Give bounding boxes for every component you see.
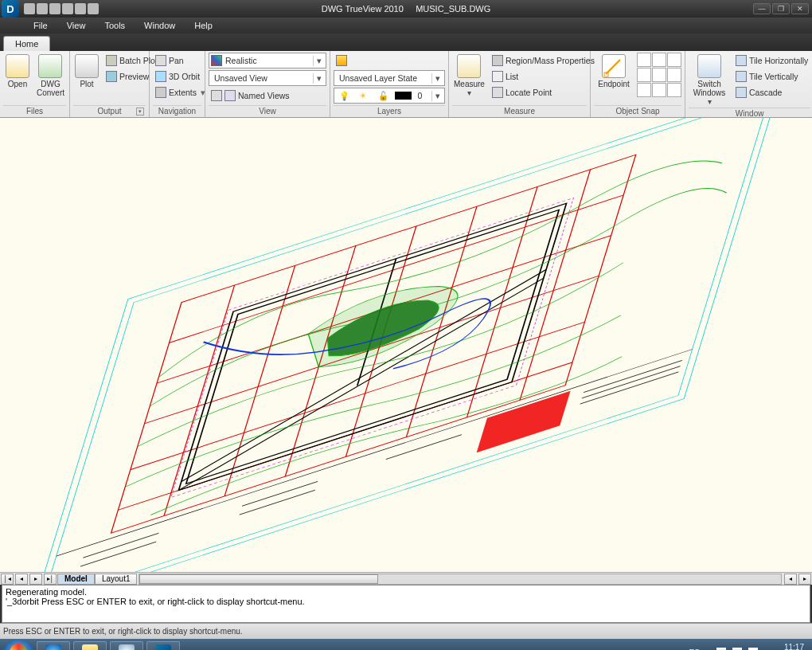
osnap-ext-icon[interactable] [667,68,681,82]
hscroll-thumb[interactable] [139,574,378,584]
menu-window[interactable]: Window [135,18,185,33]
svg-line-8 [242,481,318,506]
drawing-canvas[interactable] [0,118,812,572]
panel-window: Switch Windows▾ Tile Horizontally Tile V… [685,51,812,117]
command-line-1: Regenerating model. [6,587,806,597]
visual-style-dropdown[interactable]: Realistic▾ [209,53,326,69]
panel-measure: Measure ▾ Region/Mass Properties List Lo… [449,51,591,117]
menu-bar: File View Tools Window Help [0,18,812,33]
tile-v-icon [736,71,747,82]
list-button[interactable]: List [490,69,597,84]
taskbar-ie-button[interactable] [37,641,70,650]
close-button[interactable]: ✕ [791,3,809,14]
svg-line-30 [182,269,546,481]
ruler-icon [457,54,481,78]
visual-style-icon [211,55,222,66]
osnap-center-icon[interactable] [652,53,666,67]
hscroll-right-button[interactable]: ▸ [798,574,811,585]
osnap-int-icon[interactable] [652,68,666,82]
endpoint-button[interactable]: Endpoint [594,53,634,90]
switch-windows-icon [697,54,721,78]
batch-plot-icon [106,55,117,66]
cascade-button[interactable]: Cascade [733,84,810,100]
current-layer-dropdown[interactable]: 💡 ☀ 🔓 0 ▾ [334,88,445,104]
svg-line-0 [606,60,620,74]
menu-tools[interactable]: Tools [95,18,135,33]
svg-rect-2 [33,118,779,572]
region-props-button[interactable]: Region/Mass Properties [490,53,597,69]
locate-point-button[interactable]: Locate Point [490,84,597,100]
taskbar-explorer-button[interactable] [73,641,107,650]
region-icon [492,55,503,66]
svg-line-6 [83,533,158,558]
model-tab[interactable]: Model [57,574,95,585]
first-tab-button[interactable]: │◂ [1,574,14,585]
list-icon [492,71,503,82]
named-view-dropdown[interactable]: Unsaved View▾ [209,70,326,86]
qat-new-icon[interactable] [24,3,35,14]
osnap-mid-icon[interactable] [637,53,651,67]
taskbar-clock[interactable]: 11:17 17/11/2009 [764,643,804,650]
qat-open-icon[interactable] [37,3,48,14]
caret-icon: ▾ [467,88,471,97]
plot-button[interactable]: Plot [73,53,100,90]
pan-button[interactable]: Pan [153,53,208,69]
tile-horizontally-button[interactable]: Tile Horizontally [733,53,810,69]
layer-color-swatch [395,92,412,100]
qat-redo-icon[interactable] [88,3,99,14]
tile-h-icon [736,55,747,66]
hscroll-track[interactable] [139,574,782,585]
osnap-tan-icon[interactable] [652,83,666,97]
panel-title-output: Output▾ [73,105,146,117]
command-window[interactable]: Regenerating model. '_3dorbit Press ESC … [2,585,810,623]
qat-print-icon[interactable] [62,3,73,14]
osnap-node-icon[interactable] [667,53,681,67]
osnap-near-icon[interactable] [667,83,681,97]
menu-view[interactable]: View [57,18,96,33]
tile-vertically-button[interactable]: Tile Vertically [733,69,810,84]
endpoint-icon [602,54,626,78]
app-logo-icon[interactable]: D [2,0,19,18]
prev-tab-button[interactable]: ◂ [15,574,28,585]
layer-props-button[interactable] [334,53,445,69]
qat-save-icon[interactable] [49,3,61,14]
minimize-button[interactable]: — [753,3,771,14]
extents-button[interactable]: Extents▾ [153,84,208,100]
hscroll-left-button[interactable]: ◂ [784,574,797,585]
tab-blank[interactable] [50,35,81,51]
layout1-tab[interactable]: Layout1 [95,574,138,585]
trueview-icon [155,644,171,650]
named-views-button[interactable]: Named Views [209,88,326,104]
start-button[interactable] [3,640,33,650]
expand-icon[interactable]: ▾ [136,108,144,116]
menu-help[interactable]: Help [185,18,222,33]
menu-file[interactable]: File [24,18,57,33]
open-button[interactable]: Open [3,53,32,90]
panel-title-view: View [209,105,326,117]
svg-line-4 [57,349,693,556]
osnap-perp-icon[interactable] [637,83,651,97]
next-tab-button[interactable]: ▸ [29,574,42,585]
layer-state-dropdown[interactable]: Unsaved Layer State▾ [334,70,445,86]
qat-undo-icon[interactable] [75,3,86,14]
last-tab-button[interactable]: ▸│ [44,574,57,585]
sun-icon: ☀ [356,91,373,100]
panel-title-files: Files [3,105,66,117]
orbit-button[interactable]: 3D Orbit [153,69,208,84]
osnap-quad-icon[interactable] [637,68,651,82]
maximize-button[interactable]: ❐ [772,3,790,14]
folder-icon [82,644,98,650]
taskbar-magnifier-button[interactable] [110,641,143,650]
dwg-convert-button[interactable]: DWG Convert [35,53,66,99]
cascade-icon [736,87,747,98]
taskbar-trueview-button[interactable] [146,641,180,650]
ribbon: Open DWG Convert Files Plot Batch Plot P… [0,51,812,118]
layers-icon [336,55,347,66]
status-text: Press ESC or ENTER to exit, or right-cli… [3,627,243,636]
orbit-icon [155,71,166,82]
panel-osnap: Endpoint Object S [591,51,685,117]
measure-button[interactable]: Measure ▾ [452,53,486,99]
switch-windows-button[interactable]: Switch Windows▾ [689,53,730,108]
tab-home[interactable]: Home [3,36,50,51]
window-title: DWG TrueView 2010 MUSIC_SUB.DWG [322,4,491,14]
